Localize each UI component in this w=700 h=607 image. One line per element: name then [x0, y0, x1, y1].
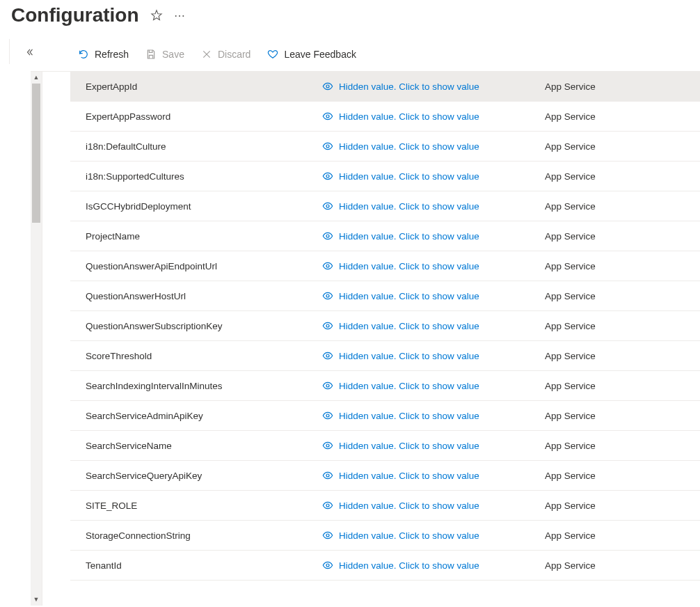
- svg-point-8: [326, 324, 329, 327]
- refresh-label: Refresh: [95, 49, 129, 60]
- show-value-link[interactable]: Hidden value. Click to show value: [322, 470, 545, 481]
- save-label: Save: [162, 49, 184, 60]
- table-row[interactable]: ScoreThresholdHidden value. Click to sho…: [70, 341, 700, 371]
- hidden-value-label: Hidden value. Click to show value: [339, 441, 479, 451]
- hidden-value-label: Hidden value. Click to show value: [339, 111, 479, 122]
- table-row[interactable]: IsGCCHybridDeploymentHidden value. Click…: [70, 191, 700, 221]
- scroll-down-arrow-icon[interactable]: ▼: [31, 594, 42, 606]
- setting-name: QuestionAnswerApiEndpointUrl: [86, 261, 322, 271]
- eye-icon: [322, 380, 333, 391]
- show-value-link[interactable]: Hidden value. Click to show value: [322, 440, 545, 451]
- show-value-link[interactable]: Hidden value. Click to show value: [322, 171, 545, 182]
- hidden-value-label: Hidden value. Click to show value: [339, 321, 479, 331]
- table-row[interactable]: SearchServiceQueryApiKeyHidden value. Cl…: [70, 461, 700, 491]
- setting-source: App Service: [545, 560, 700, 571]
- setting-name: i18n:DefaultCulture: [86, 141, 322, 152]
- setting-source: App Service: [545, 111, 700, 122]
- setting-name: SITE_ROLE: [86, 500, 322, 511]
- show-value-link[interactable]: Hidden value. Click to show value: [322, 560, 545, 571]
- setting-name: QuestionAnswerSubscriptionKey: [86, 321, 322, 331]
- table-row[interactable]: ExpertAppPasswordHidden value. Click to …: [70, 102, 700, 132]
- eye-icon: [322, 81, 333, 92]
- table-row[interactable]: i18n:DefaultCultureHidden value. Click t…: [70, 132, 700, 161]
- eye-icon: [322, 141, 333, 152]
- setting-source: App Service: [545, 291, 700, 301]
- hidden-value-label: Hidden value. Click to show value: [339, 530, 479, 541]
- eye-icon: [322, 350, 333, 361]
- setting-name: SearchServiceAdminApiKey: [86, 411, 322, 421]
- table-row[interactable]: QuestionAnswerHostUrlHidden value. Click…: [70, 281, 700, 311]
- show-value-link[interactable]: Hidden value. Click to show value: [322, 350, 545, 361]
- setting-source: App Service: [545, 231, 700, 242]
- eye-icon: [322, 530, 333, 541]
- table-row[interactable]: QuestionAnswerApiEndpointUrlHidden value…: [70, 251, 700, 281]
- hidden-value-label: Hidden value. Click to show value: [339, 351, 479, 361]
- show-value-link[interactable]: Hidden value. Click to show value: [322, 380, 545, 391]
- eye-icon: [322, 560, 333, 571]
- svg-point-4: [326, 205, 329, 207]
- table-row[interactable]: ProjectNameHidden value. Click to show v…: [70, 221, 700, 251]
- svg-point-5: [326, 235, 329, 237]
- setting-name: StorageConnectionString: [86, 530, 322, 541]
- table-row[interactable]: i18n:SupportedCulturesHidden value. Clic…: [70, 161, 700, 191]
- discard-label: Discard: [218, 49, 250, 60]
- left-panel-stub: [0, 39, 10, 64]
- show-value-link[interactable]: Hidden value. Click to show value: [322, 260, 545, 271]
- show-value-link[interactable]: Hidden value. Click to show value: [322, 81, 545, 92]
- setting-name: QuestionAnswerHostUrl: [86, 291, 322, 301]
- show-value-link[interactable]: Hidden value. Click to show value: [322, 500, 545, 511]
- eye-icon: [322, 171, 333, 182]
- hidden-value-label: Hidden value. Click to show value: [339, 500, 479, 511]
- table-row[interactable]: ExpertAppIdHidden value. Click to show v…: [70, 72, 700, 102]
- setting-source: App Service: [545, 201, 700, 212]
- svg-point-7: [326, 294, 329, 297]
- svg-point-14: [326, 504, 329, 507]
- eye-icon: [322, 440, 333, 451]
- svg-point-11: [326, 414, 329, 417]
- hidden-value-label: Hidden value. Click to show value: [339, 291, 479, 301]
- show-value-link[interactable]: Hidden value. Click to show value: [322, 290, 545, 301]
- setting-source: App Service: [545, 321, 700, 331]
- show-value-link[interactable]: Hidden value. Click to show value: [322, 530, 545, 541]
- table-row[interactable]: SearchServiceNameHidden value. Click to …: [70, 431, 700, 461]
- eye-icon: [322, 260, 333, 271]
- setting-name: SearchServiceQueryApiKey: [86, 471, 322, 481]
- setting-source: App Service: [545, 351, 700, 361]
- setting-name: SearchIndexingIntervalInMinutes: [86, 381, 322, 391]
- table-row[interactable]: SearchServiceAdminApiKeyHidden value. Cl…: [70, 401, 700, 431]
- svg-point-0: [326, 85, 329, 88]
- show-value-link[interactable]: Hidden value. Click to show value: [322, 200, 545, 212]
- discard-button: Discard: [200, 46, 252, 63]
- more-icon[interactable]: ⋯: [174, 9, 186, 22]
- hidden-value-label: Hidden value. Click to show value: [339, 81, 479, 92]
- table-row[interactable]: StorageConnectionStringHidden value. Cli…: [70, 521, 700, 551]
- setting-source: App Service: [545, 500, 700, 511]
- svg-point-16: [326, 564, 329, 567]
- eye-icon: [322, 111, 333, 122]
- scroll-up-arrow-icon[interactable]: ▲: [31, 72, 42, 84]
- page-title: Configuration: [11, 4, 139, 26]
- setting-source: App Service: [545, 141, 700, 152]
- favorite-star-icon[interactable]: [150, 9, 163, 22]
- setting-source: App Service: [545, 261, 700, 271]
- leave-feedback-button[interactable]: Leave Feedback: [266, 46, 358, 63]
- table-row[interactable]: TenantIdHidden value. Click to show valu…: [70, 551, 700, 581]
- show-value-link[interactable]: Hidden value. Click to show value: [322, 111, 545, 122]
- scroll-thumb[interactable]: [32, 84, 40, 223]
- table-row[interactable]: SITE_ROLEHidden value. Click to show val…: [70, 491, 700, 521]
- refresh-button[interactable]: Refresh: [77, 46, 130, 63]
- show-value-link[interactable]: Hidden value. Click to show value: [322, 230, 545, 242]
- hidden-value-label: Hidden value. Click to show value: [339, 471, 479, 481]
- table-row[interactable]: QuestionAnswerSubscriptionKeyHidden valu…: [70, 311, 700, 341]
- show-value-link[interactable]: Hidden value. Click to show value: [322, 410, 545, 421]
- eye-icon: [322, 290, 333, 301]
- body-area: Refresh Save Discard Leav: [0, 39, 700, 606]
- hidden-value-label: Hidden value. Click to show value: [339, 381, 479, 391]
- table-row[interactable]: SearchIndexingIntervalInMinutesHidden va…: [70, 371, 700, 401]
- show-value-link[interactable]: Hidden value. Click to show value: [322, 141, 545, 152]
- vertical-scrollbar[interactable]: ▲ ▼: [31, 72, 42, 606]
- show-value-link[interactable]: Hidden value. Click to show value: [322, 320, 545, 331]
- eye-icon: [322, 500, 333, 511]
- hidden-value-label: Hidden value. Click to show value: [339, 261, 479, 271]
- eye-icon: [322, 320, 333, 331]
